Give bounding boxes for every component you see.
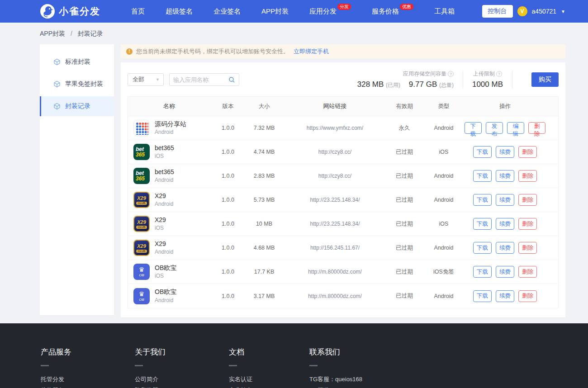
footer-link[interactable]: TG客服：queios168 — [309, 374, 403, 385]
sidebar-item-2[interactable]: 苹果免签封装 — [40, 74, 114, 94]
app-url[interactable]: http://m.80000dz.com/ — [284, 269, 386, 275]
main-wrap: 标准封装苹果免签封装封装记录 ! 您当前尚未绑定手机号码，绑定手机可以增加账号安… — [0, 44, 588, 317]
footer-link[interactable]: 隐私政策 — [135, 385, 229, 388]
renew-button[interactable]: 续费 — [496, 170, 514, 182]
app-icon-bet365: bet365 — [133, 168, 150, 184]
chevron-down-icon[interactable]: ▼ — [561, 9, 565, 14]
username[interactable]: a450721 — [532, 8, 557, 15]
renew-button[interactable]: 续费 — [496, 290, 514, 302]
app-name: X29 — [155, 216, 166, 224]
app-url[interactable]: http://156.245.11.67/ — [284, 245, 386, 251]
app-size: 7.32 MB — [244, 125, 284, 131]
table-body: 源码分享站Android1.0.07.32 MBhttps://www.ymfx… — [128, 116, 558, 308]
nav-item-label: 服务价格 — [372, 7, 399, 15]
app-name-cell: ♛OBOB欧宝iOS — [128, 264, 212, 280]
sidebar-item-1[interactable]: 标准封装 — [40, 52, 114, 72]
buy-button[interactable]: 购买 — [531, 72, 559, 87]
nav-item-4[interactable]: APP封装 — [261, 0, 289, 23]
edit-button[interactable]: 编辑 — [507, 122, 524, 134]
app-version: 1.0.0 — [212, 293, 244, 299]
delete-button[interactable]: 删除 — [518, 218, 537, 230]
footer: 产品服务托管分发价格服务关于我们公司简介隐私政策文档实名认证企业签名联系我们TG… — [0, 323, 588, 388]
renew-button[interactable]: 续费 — [496, 194, 514, 206]
footer-link[interactable]: 价格服务 — [41, 385, 135, 388]
app-name: 源码分享站 — [155, 120, 186, 128]
download-button[interactable]: 下载 — [473, 290, 492, 302]
nav-item-label: 超级签名 — [166, 7, 193, 15]
download-button[interactable]: 下载 — [473, 218, 492, 230]
question-icon[interactable]: ? — [448, 71, 454, 77]
download-button[interactable]: 下载 — [465, 122, 482, 134]
delete-button[interactable]: 删除 — [518, 266, 537, 278]
app-url[interactable]: http://23.225.148.34/ — [284, 197, 386, 203]
footer-link[interactable]: 公司简介 — [135, 374, 229, 385]
download-button[interactable]: 下载 — [473, 194, 492, 206]
breadcrumb: APP封装 / 封装记录 — [0, 23, 588, 44]
footer-link[interactable]: 实名认证 — [229, 374, 309, 385]
app-platform: iOS — [155, 273, 176, 279]
nav-item-2[interactable]: 超级签名 — [166, 0, 193, 23]
console-button[interactable]: 控制台 — [482, 5, 513, 18]
renew-button[interactable]: 续费 — [496, 242, 514, 254]
nav-item-label: 工具箱 — [434, 7, 455, 15]
divider — [463, 71, 463, 89]
nav-item-5[interactable]: 应用分发分发 — [309, 0, 351, 23]
app-validity: 已过期 — [386, 244, 423, 252]
table-row: bet365bet365Android1.0.02.83 MBhttp://cz… — [128, 164, 558, 188]
table-row: bet365bet365iOS1.0.04.74 MBhttp://czy8.c… — [128, 140, 558, 164]
row-actions: 下载发布编辑删除 — [465, 122, 558, 134]
delete-button[interactable]: 删除 — [518, 194, 537, 206]
footer-link[interactable]: TG频道：queios168 — [309, 385, 403, 388]
records-table: 名称 版本 大小 网站链接 有效期 类型 操作 源码分享站Android1.0.… — [128, 96, 559, 308]
delete-button[interactable]: 删除 — [518, 146, 537, 158]
search-input[interactable] — [171, 76, 228, 83]
sidebar-item-3[interactable]: 封装记录 — [40, 96, 114, 116]
nav-item-1[interactable]: 首页 — [131, 0, 145, 23]
breadcrumb-item-app-package[interactable]: APP封装 — [40, 30, 65, 37]
download-button[interactable]: 下载 — [473, 242, 492, 254]
app-url[interactable]: http://czy8.cc/ — [284, 149, 386, 155]
app-icon-ob: ♛OB — [133, 264, 150, 280]
app-url[interactable]: http://m.80000dz.com/ — [284, 293, 386, 299]
storage-total-suffix: (总量) — [439, 82, 454, 88]
delete-button[interactable]: 删除 — [518, 290, 537, 302]
storage-quota: 应用存储空间容量 ? 328 MB (已用) 9.77 GB (总量) — [357, 70, 454, 89]
sidebar-menu: 标准封装苹果免签封装封装记录 — [40, 44, 114, 315]
download-button[interactable]: 下载 — [473, 170, 492, 182]
download-button[interactable]: 下载 — [473, 266, 492, 278]
footer-link[interactable]: 企业签名 — [229, 385, 309, 388]
nav-item-7[interactable]: 工具箱 — [434, 0, 455, 23]
app-name-cell: X29CLUBX29Android — [128, 240, 212, 256]
publish-button[interactable]: 发布 — [486, 122, 503, 134]
sidebar-item-label: 苹果免签封装 — [65, 80, 103, 88]
app-type: Android — [423, 173, 465, 179]
bind-phone-link[interactable]: 立即绑定手机 — [294, 47, 329, 56]
nav-item-3[interactable]: 企业签名 — [213, 0, 241, 23]
search-icon[interactable] — [228, 76, 235, 83]
footer-link[interactable]: 托管分发 — [41, 374, 135, 385]
sidebar-item-label: 封装记录 — [65, 102, 90, 110]
logo[interactable]: 小雀分发 — [40, 4, 100, 19]
footer-dash — [135, 365, 143, 366]
renew-button[interactable]: 续费 — [496, 218, 514, 230]
renew-button[interactable]: 续费 — [496, 266, 514, 278]
question-icon[interactable]: ? — [496, 71, 502, 77]
app-platform: iOS — [155, 153, 174, 160]
app-url[interactable]: https://www.ymfxz.com/ — [284, 125, 386, 131]
delete-button[interactable]: 删除 — [518, 242, 537, 254]
type-filter-select[interactable]: 全部 ▼ — [128, 73, 164, 86]
renew-button[interactable]: 续费 — [496, 146, 514, 158]
records-card: 全部 ▼ 应用存储空间容量 ? — [121, 62, 565, 317]
app-url[interactable]: http://czy8.cc/ — [284, 173, 386, 179]
delete-button[interactable]: 删除 — [528, 122, 545, 134]
download-button[interactable]: 下载 — [473, 146, 492, 158]
app-name-cell: X29CLUBX29iOS — [128, 216, 212, 232]
app-platform: Android — [155, 201, 173, 208]
delete-button[interactable]: 删除 — [518, 170, 537, 182]
header-version: 版本 — [212, 103, 244, 110]
app-url[interactable]: http://23.225.148.34/ — [284, 221, 386, 227]
app-icon-bet365: bet365 — [133, 144, 150, 160]
avatar[interactable]: V — [517, 6, 527, 16]
app-icon-x29: X29CLUB — [133, 216, 150, 232]
nav-item-6[interactable]: 服务价格优惠 — [372, 0, 413, 23]
